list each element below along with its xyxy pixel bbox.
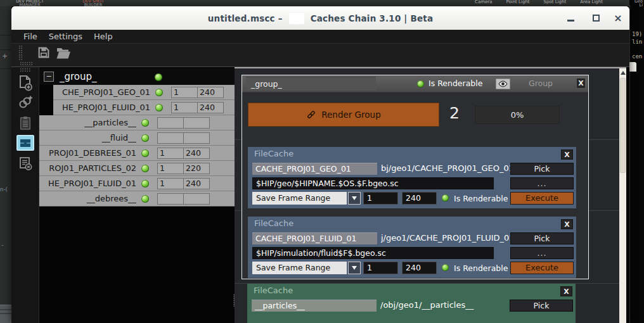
frame-start-input[interactable]	[157, 193, 183, 205]
panel-scrollbar[interactable]	[619, 68, 626, 323]
frame-start-input[interactable]: 1	[171, 87, 197, 98]
end-frame-input[interactable]: 240	[402, 262, 437, 274]
filecache-card[interactable]: FileCache X CACHE_PROJ01_FLUID_01 j/geo1…	[248, 217, 576, 278]
open-button[interactable]	[56, 46, 71, 62]
panel-edge-strip	[11, 61, 629, 66]
browse-button[interactable]: ...	[510, 247, 574, 259]
status-led	[141, 180, 149, 187]
browse-button[interactable]: ...	[510, 177, 574, 189]
group-header: _group_ Is Renderable Group X	[242, 75, 588, 92]
tree-row[interactable]: PROJ01_DEBREES_01 1 240	[39, 146, 235, 161]
node-path-label: j/geo1/CACHE_PROJ01_FLUID_01	[381, 233, 506, 243]
maximize-button[interactable]	[589, 6, 602, 30]
frame-start-input[interactable]: 1	[157, 148, 183, 159]
frame-start-input[interactable]: 1	[171, 102, 197, 113]
frame-end-input[interactable]	[183, 193, 210, 205]
cache-name-input[interactable]: CACHE_PROJ01_FLUID_01	[252, 232, 377, 244]
frame-end-input[interactable]	[183, 132, 210, 144]
menu-settings[interactable]: Settings	[44, 31, 87, 42]
sidebar-grip[interactable]	[20, 68, 31, 72]
file-path-input[interactable]: $HIP/simulation/fluid$F$.bgeo.sc	[252, 247, 494, 259]
titlebar[interactable]: untitled.mscc – Caches Chain 3.10 | Beta	[11, 6, 629, 30]
menu-file[interactable]: File	[19, 31, 42, 42]
render-group-button[interactable]: Render Group	[248, 103, 439, 127]
filecache-close-button[interactable]: X	[561, 149, 573, 160]
frame-end-input[interactable]: 240	[197, 102, 224, 113]
shelf-tab-dev-project-manager[interactable]: DEV PROJECTMANAGER	[5, 0, 55, 6]
file-path-input[interactable]: $HIP/geo/$HIPNAME.$OS.$F.bgeo.sc	[252, 177, 494, 189]
save-button[interactable]	[37, 46, 51, 62]
frame-end-input[interactable]: 240	[197, 87, 224, 98]
shelf-tool-area-light[interactable]: Area Light	[580, 0, 603, 4]
renderable-led	[442, 194, 449, 201]
cache-name-input[interactable]: __particles__	[252, 300, 377, 312]
tree-row[interactable]: __fluid__	[39, 130, 235, 146]
frame-range-select[interactable]: Save Frame Range	[252, 262, 347, 274]
pick-button[interactable]: Pick	[510, 232, 574, 244]
frame-start-input[interactable]	[157, 117, 183, 129]
start-frame-input[interactable]: 1	[363, 262, 398, 274]
group-close-button[interactable]: X	[576, 78, 586, 89]
pick-button[interactable]: Pick	[510, 163, 574, 175]
tree-group-header[interactable]: − _group_	[39, 68, 235, 85]
clipboard-icon	[18, 115, 32, 130]
backdrop-code-1: 19)	[632, 31, 642, 37]
filecache-title: FileCache	[254, 218, 293, 228]
filecache-card[interactable]: FileCache X CACHE_PROJ01_GEO_01 bj/geo1/…	[248, 147, 576, 208]
cache-name-input[interactable]: CACHE_PROJ01_GEO_01	[252, 163, 377, 175]
frame-end-input[interactable]: 240	[183, 148, 210, 159]
filecache-title: FileCache	[254, 286, 293, 295]
frame-start-input[interactable]: 1	[157, 163, 183, 174]
execute-button[interactable]: Execute	[510, 262, 574, 274]
caches-chain-tool-active[interactable]	[16, 135, 34, 151]
backdrop-divider	[629, 5, 630, 323]
tree-row[interactable]: HE_PROJ01_FLUID_01 1 240	[39, 176, 235, 191]
new-item-button[interactable]	[18, 75, 33, 94]
execute-button[interactable]: Execute	[510, 192, 574, 205]
tree-row[interactable]: HE_PROJ01_FLUID_01 1 240	[53, 100, 235, 115]
group-container-selected[interactable]: _group_ Is Renderable Group X	[242, 75, 589, 279]
frame-end-input[interactable]	[183, 117, 210, 129]
close-button[interactable]: ×	[612, 6, 624, 30]
collapse-toggle-icon[interactable]: −	[44, 72, 54, 82]
menu-help[interactable]: Help	[89, 31, 117, 42]
shelf-tool-spot-light[interactable]: Spot Light	[544, 0, 567, 4]
start-frame-input[interactable]: 1	[363, 192, 398, 205]
status-led	[141, 149, 149, 157]
tree-row[interactable]: __particles__	[39, 115, 235, 130]
minimize-button[interactable]	[564, 6, 577, 30]
backdrop-right-strip: GeoLi 19) lin cen	[629, 0, 644, 323]
panel-grip[interactable]	[20, 61, 34, 66]
frame-range-dropdown-button[interactable]	[348, 192, 361, 205]
add-chain-button[interactable]	[18, 95, 33, 113]
tree-row[interactable]: ROJ01_PARTICLES_02 1 220	[39, 161, 235, 176]
scroll-up-icon[interactable]	[621, 71, 626, 75]
frame-range-dropdown-button[interactable]	[348, 262, 361, 274]
tree-row[interactable]: __debrees__	[39, 191, 235, 206]
list-remove-icon	[18, 156, 33, 171]
filecache-close-button[interactable]: X	[560, 286, 572, 296]
remove-list-button[interactable]	[18, 156, 33, 174]
shelf-tab-dev-shot-builder[interactable]: DEV SHOTBUILDER	[71, 0, 115, 6]
toolbar-grip[interactable]	[18, 45, 23, 60]
screen: DEV PROJECTMANAGER DEV SHOTBUILDER Camer…	[0, 0, 644, 323]
filecache-close-button[interactable]: X	[561, 219, 573, 229]
visibility-toggle[interactable]	[496, 79, 510, 89]
frame-end-input[interactable]: 220	[183, 163, 210, 174]
frame-end-input[interactable]: 240	[183, 178, 210, 189]
clipboard-button[interactable]	[18, 115, 32, 133]
filecache-card-particles[interactable]: FileCache X __particles__ /obj/geo1/__pa…	[247, 284, 576, 323]
is-renderable-label: Is Renderable	[454, 263, 508, 273]
frame-range-select[interactable]: Save Frame Range	[252, 192, 347, 205]
pick-button[interactable]: Pick	[510, 300, 573, 312]
tree-row[interactable]: CHE_PROJ01_GEO_01 1 240	[53, 85, 235, 100]
group-name-input[interactable]: _group_	[246, 77, 376, 91]
shelf-tool-point-light[interactable]: Point Light	[506, 0, 529, 4]
end-frame-input[interactable]: 240	[402, 192, 437, 205]
scrollbar-thumb[interactable]	[620, 78, 626, 173]
tree-row-label: ROJ01_PARTICLES_02	[39, 163, 136, 173]
shelf-tools: CameraPoint LightSpot LightArea Light	[475, 1, 617, 4]
shelf-tool-camera[interactable]: Camera	[475, 0, 492, 4]
frame-start-input[interactable]	[157, 132, 183, 144]
frame-start-input[interactable]: 1	[157, 178, 183, 189]
